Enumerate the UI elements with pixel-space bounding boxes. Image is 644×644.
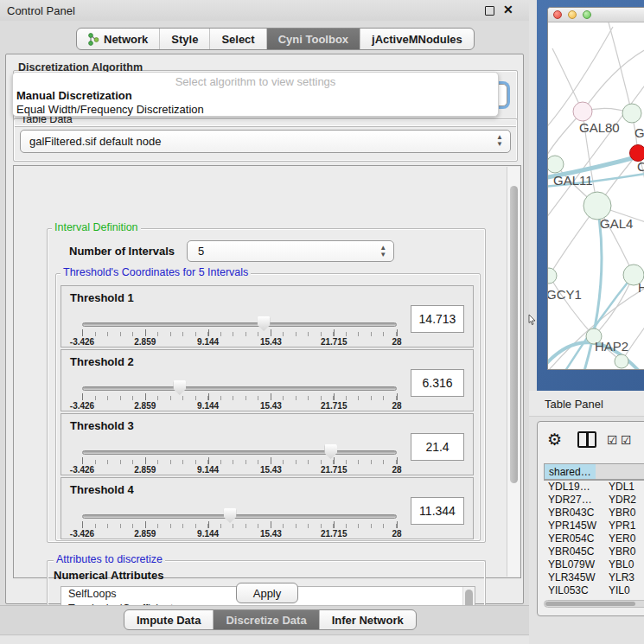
network-node[interactable] — [622, 104, 641, 123]
table-row[interactable]: YBR045C YBR0 — [544, 545, 644, 558]
threshold-slider[interactable]: -3.4262.8599.14415.4321.71528 — [82, 383, 397, 411]
top-tab[interactable]: Network — [77, 29, 160, 49]
table-cell: YBR0 — [604, 545, 637, 558]
bottom-tab[interactable]: Infer Network — [320, 610, 416, 629]
tick-label: 2.859 — [134, 529, 156, 539]
zoom-traffic-light-icon[interactable] — [583, 10, 591, 19]
threshold-label: Threshold 3 — [70, 419, 134, 432]
network-edge[interactable] — [583, 44, 644, 112]
network-node[interactable] — [573, 102, 592, 121]
table-row[interactable]: YDL19… YDL1 — [544, 481, 644, 494]
threshold-value: 14.713 — [419, 312, 456, 326]
threshold-slider[interactable]: -3.4262.8599.14415.4321.71528 — [82, 511, 397, 539]
table-cell: YBR045C — [544, 545, 604, 558]
threshold-value-field[interactable]: 14.713 — [411, 305, 464, 333]
split-view-icon[interactable] — [577, 431, 596, 448]
slider-thumb[interactable] — [173, 380, 186, 395]
table-row[interactable]: YLR345W YLR3 — [544, 571, 644, 584]
slider-track[interactable] — [82, 514, 397, 519]
table-row[interactable]: YIL053C YIL0 — [544, 584, 644, 597]
top-tab[interactable]: Style — [160, 29, 210, 49]
network-edge[interactable] — [622, 312, 644, 361]
number-of-intervals-combobox[interactable]: 5 ▲▼ — [187, 240, 394, 262]
slider-tick-labels: -3.4262.8599.14415.4321.71528 — [82, 337, 397, 348]
top-tab-label: Style — [171, 33, 198, 46]
tick-mark — [397, 329, 398, 336]
table-cell: YER054C — [544, 532, 604, 545]
network-canvas[interactable]: GAL80GAGAL11CGAL4GCY1HHAP2 — [548, 22, 644, 370]
bottom-tab-label: Discretize Data — [226, 614, 306, 627]
apply-button[interactable]: Apply — [236, 583, 298, 603]
network-edge[interactable] — [609, 22, 632, 113]
threshold-value-field[interactable]: 21.4 — [411, 433, 464, 461]
tick-label: 9.144 — [197, 401, 219, 411]
dropdown-option-label: Equal Width/Frequency Discretization — [16, 103, 204, 116]
slider-ticks — [82, 522, 397, 528]
slider-track[interactable] — [82, 322, 397, 327]
number-of-intervals-label: Number of Intervals — [69, 245, 175, 258]
tick-mark — [397, 521, 398, 528]
table-row[interactable]: YBR043C YBR0 — [544, 507, 644, 520]
network-node[interactable] — [615, 354, 628, 368]
checkbox-icon[interactable]: ☑ — [621, 433, 632, 447]
status-strip — [0, 634, 529, 644]
top-tab[interactable]: Cyni Toolbox — [267, 29, 360, 49]
numerical-attributes-label: Numerical Attributes — [54, 569, 163, 582]
threshold-slider[interactable]: -3.4262.8599.14415.4321.71528 — [82, 319, 397, 347]
slider-track[interactable] — [82, 386, 397, 391]
tick-mark — [145, 457, 146, 464]
table-data-combobox[interactable]: galFiltered.sif default node ▲▼ — [20, 130, 511, 153]
slider-track[interactable] — [82, 450, 397, 455]
network-edge[interactable] — [549, 276, 594, 336]
panel-scrollbar[interactable] — [507, 167, 520, 577]
threshold-value-field[interactable]: 6.316 — [411, 369, 464, 397]
table-row[interactable]: YDR27… YDR2 — [544, 494, 644, 507]
tick-mark — [208, 393, 209, 400]
checkbox-icon[interactable]: ☑ — [607, 433, 618, 447]
interval-definition-label: Interval Definition — [52, 221, 141, 233]
bottom-tab[interactable]: Impute Data — [124, 610, 214, 629]
table-cell: YER0 — [604, 532, 637, 545]
top-tab[interactable]: Select — [210, 29, 266, 49]
tick-label: -3.426 — [70, 529, 94, 539]
bottom-tab-label: Infer Network — [332, 614, 404, 627]
table-row[interactable]: YER054C YER0 — [544, 532, 644, 545]
column-header[interactable]: na — [596, 464, 644, 479]
slider-tick-labels: -3.4262.8599.14415.4321.71528 — [82, 401, 397, 411]
threshold-slider[interactable]: -3.4262.8599.14415.4321.71528 — [82, 447, 397, 475]
slider-thumb[interactable] — [224, 508, 237, 523]
table-horizontal-scrollbar[interactable] — [544, 600, 644, 608]
slider-thumb[interactable] — [324, 444, 337, 459]
float-window-icon[interactable] — [485, 6, 494, 16]
panel-scrollbar-thumb[interactable] — [510, 186, 518, 483]
tick-mark — [271, 457, 271, 464]
tick-mark — [82, 457, 83, 464]
threshold-value-field[interactable]: 11.344 — [411, 497, 464, 525]
table-toolbar: ⚙ ☑ ☑ — [538, 422, 644, 460]
thresholds-group-label: Threshold's Coordinates for 5 Intervals — [61, 266, 251, 278]
bottom-tab[interactable]: Discretize Data — [214, 610, 319, 629]
tick-mark — [82, 393, 83, 400]
table-header-row: shared… na — [544, 463, 644, 481]
table-row[interactable]: YPR145W YPR1 — [544, 520, 644, 532]
number-of-intervals-value: 5 — [198, 245, 204, 258]
network-edge[interactable] — [552, 48, 583, 112]
dropdown-option[interactable]: Manual Discretization — [13, 89, 498, 103]
table-row[interactable]: YBL079W YBL0 — [544, 558, 644, 571]
network-window[interactable]: GAL80GAGAL11CGAL4GCY1HHAP2 — [547, 7, 644, 370]
tick-label: 15.43 — [260, 337, 282, 347]
tick-label: 15.43 — [260, 529, 282, 539]
column-header[interactable]: shared… — [545, 464, 596, 479]
tick-label: 21.715 — [321, 465, 348, 475]
scrollbar-thumb[interactable] — [545, 602, 635, 606]
close-icon[interactable]: ✕ — [503, 3, 513, 16]
network-node[interactable] — [548, 268, 557, 284]
dropdown-option[interactable]: Equal Width/Frequency Discretization — [13, 103, 498, 117]
slider-thumb[interactable] — [258, 316, 271, 331]
minimize-traffic-light-icon[interactable] — [568, 10, 577, 19]
gear-icon[interactable]: ⚙ — [547, 431, 562, 448]
close-traffic-light-icon[interactable] — [553, 10, 562, 19]
top-tab[interactable]: jActiveMNodules — [360, 29, 474, 49]
network-node[interactable] — [548, 156, 564, 173]
table-cell: YPR1 — [604, 520, 637, 532]
